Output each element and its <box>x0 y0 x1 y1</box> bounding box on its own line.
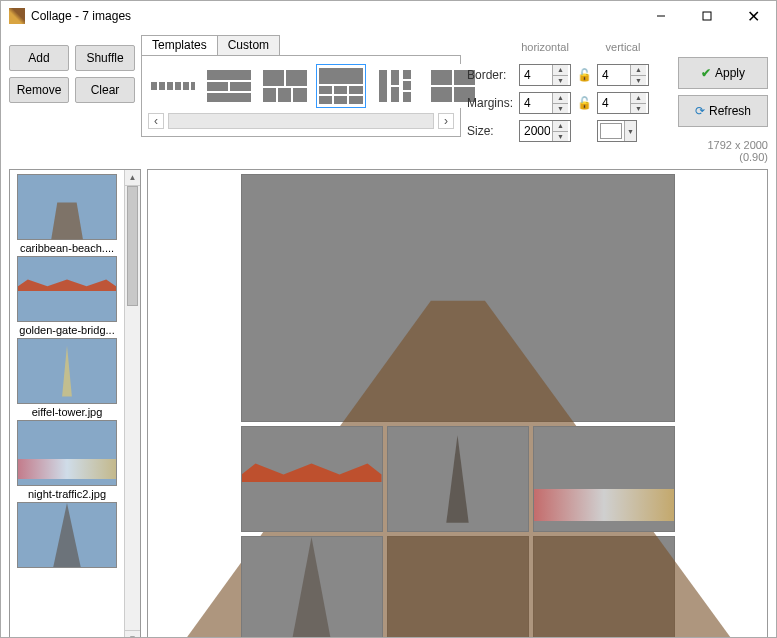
template-1[interactable] <box>148 64 198 108</box>
size-input[interactable]: ▲▼ <box>519 120 571 142</box>
check-icon: ✔ <box>701 66 711 80</box>
size-label: Size: <box>467 124 513 138</box>
svg-rect-8 <box>191 82 195 90</box>
titlebar: Collage - 7 images ✕ <box>1 1 776 31</box>
add-button[interactable]: Add <box>9 45 69 71</box>
border-vertical-input[interactable]: ▲▼ <box>597 64 649 86</box>
svg-rect-22 <box>319 96 332 104</box>
collage-cell-3[interactable] <box>387 426 529 532</box>
svg-rect-33 <box>431 87 452 102</box>
spin-down-icon[interactable]: ▼ <box>631 76 646 86</box>
thumbnail-caption: golden-gate-bridg... <box>17 324 117 336</box>
list-item[interactable]: night-traffic2.jpg <box>15 420 119 500</box>
template-scroll-left[interactable]: ‹ <box>148 113 164 129</box>
tab-templates[interactable]: Templates <box>141 35 218 55</box>
svg-rect-17 <box>293 88 307 102</box>
refresh-button[interactable]: ⟳ Refresh <box>678 95 768 127</box>
svg-rect-16 <box>278 88 291 102</box>
svg-rect-31 <box>431 70 452 85</box>
svg-rect-24 <box>349 96 363 104</box>
collage-preview <box>147 169 768 638</box>
background-color-picker[interactable]: ▼ <box>597 120 637 142</box>
spin-down-icon[interactable]: ▼ <box>553 76 568 86</box>
margins-vertical-value[interactable] <box>598 93 630 113</box>
margins-horizontal-value[interactable] <box>520 93 552 113</box>
svg-rect-23 <box>334 96 347 104</box>
spin-up-icon[interactable]: ▲ <box>553 65 568 76</box>
remove-button[interactable]: Remove <box>9 77 69 103</box>
svg-rect-20 <box>334 86 347 94</box>
template-5[interactable] <box>372 64 422 108</box>
templates-panel: Templates Custom <box>141 35 461 137</box>
image-list-panel: caribbean-beach....golden-gate-bridg...e… <box>9 169 141 638</box>
spin-up-icon[interactable]: ▲ <box>631 93 646 104</box>
svg-rect-27 <box>391 87 399 102</box>
close-button[interactable]: ✕ <box>730 1 776 31</box>
margins-vertical-input[interactable]: ▲▼ <box>597 92 649 114</box>
app-icon <box>9 8 25 24</box>
template-4-selected[interactable] <box>316 64 366 108</box>
svg-rect-10 <box>207 82 228 91</box>
list-item[interactable]: caribbean-beach.... <box>15 174 119 254</box>
spin-down-icon[interactable]: ▼ <box>553 132 568 142</box>
tab-custom[interactable]: Custom <box>217 35 280 55</box>
apply-label: Apply <box>715 66 745 80</box>
refresh-label: Refresh <box>709 104 751 118</box>
border-horizontal-input[interactable]: ▲▼ <box>519 64 571 86</box>
border-lock-icon[interactable]: 🔓 <box>577 68 591 82</box>
collage-cell-1[interactable] <box>241 174 675 422</box>
image-list-scrollbar[interactable]: ▲ ▼ <box>124 170 140 638</box>
collage-settings: horizontal vertical Border: ▲▼ 🔓 ▲▼ Marg… <box>467 35 655 143</box>
apply-button[interactable]: ✔ Apply <box>678 57 768 89</box>
margins-horizontal-input[interactable]: ▲▼ <box>519 92 571 114</box>
scroll-down-icon[interactable]: ▼ <box>125 630 140 638</box>
list-item[interactable]: golden-gate-bridg... <box>15 256 119 336</box>
maximize-button[interactable] <box>684 1 730 31</box>
template-3[interactable] <box>260 64 310 108</box>
thumbnail-caption: eiffel-tower.jpg <box>17 406 117 418</box>
scroll-handle[interactable] <box>127 186 138 306</box>
thumbnail-image[interactable] <box>17 338 117 404</box>
margins-lock-icon[interactable]: 🔓 <box>577 96 591 110</box>
output-dimensions: 1792 x 2000 (0.90) <box>678 133 768 163</box>
svg-rect-3 <box>151 82 157 90</box>
collage-cell-5[interactable] <box>241 536 383 638</box>
spin-up-icon[interactable]: ▲ <box>631 65 646 76</box>
svg-rect-5 <box>167 82 173 90</box>
collage-cell-4[interactable] <box>533 426 675 532</box>
thumbnail-image[interactable] <box>17 174 117 240</box>
template-scrollbar[interactable] <box>168 113 434 129</box>
thumbnail-image[interactable] <box>17 420 117 486</box>
thumbnail-caption: caribbean-beach.... <box>17 242 117 254</box>
svg-rect-19 <box>319 86 332 94</box>
svg-rect-18 <box>319 68 363 84</box>
clear-button[interactable]: Clear <box>75 77 135 103</box>
list-item[interactable]: eiffel-tower.jpg <box>15 338 119 418</box>
svg-rect-28 <box>403 70 411 79</box>
template-scroll-right[interactable]: › <box>438 113 454 129</box>
template-2[interactable] <box>204 64 254 108</box>
thumbnail-image[interactable] <box>17 256 117 322</box>
border-horizontal-value[interactable] <box>520 65 552 85</box>
spin-down-icon[interactable]: ▼ <box>631 104 646 114</box>
scroll-up-icon[interactable]: ▲ <box>125 170 140 186</box>
border-label: Border: <box>467 68 513 82</box>
thumbnail-image[interactable] <box>17 502 117 568</box>
border-vertical-value[interactable] <box>598 65 630 85</box>
svg-rect-15 <box>263 88 276 102</box>
svg-rect-14 <box>286 70 307 86</box>
svg-rect-4 <box>159 82 165 90</box>
collage-cell-2[interactable] <box>241 426 383 532</box>
window-title: Collage - 7 images <box>31 9 131 23</box>
minimize-button[interactable] <box>638 1 684 31</box>
size-value[interactable] <box>520 121 552 141</box>
svg-rect-12 <box>207 93 251 102</box>
spin-down-icon[interactable]: ▼ <box>553 104 568 114</box>
spin-up-icon[interactable]: ▲ <box>553 121 568 132</box>
list-item[interactable] <box>15 502 119 568</box>
refresh-icon: ⟳ <box>695 104 705 118</box>
spin-up-icon[interactable]: ▲ <box>553 93 568 104</box>
svg-rect-30 <box>403 92 411 102</box>
chevron-down-icon[interactable]: ▼ <box>624 121 636 141</box>
shuffle-button[interactable]: Shuffle <box>75 45 135 71</box>
